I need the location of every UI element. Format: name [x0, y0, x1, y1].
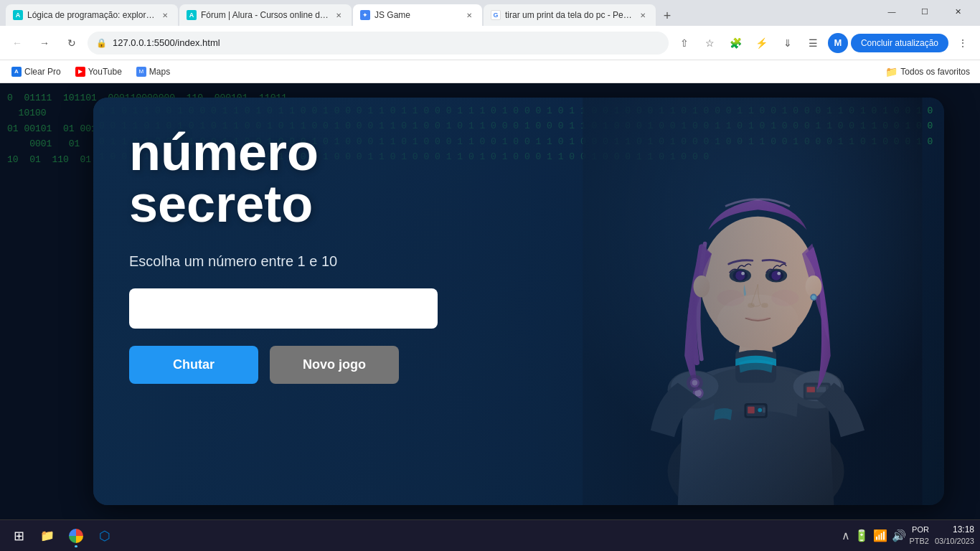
tab-title-3: JS Game	[374, 10, 459, 20]
clock-time: 13:18	[935, 524, 974, 536]
profile-avatar[interactable]: M	[828, 33, 848, 53]
clock-locale: PTB2	[909, 536, 929, 547]
new-game-button[interactable]: Novo jogo	[270, 346, 399, 384]
maximize-button[interactable]: ☐	[908, 0, 941, 23]
tab-close-1[interactable]: ✕	[159, 9, 171, 21]
address-text: 127.0.0.1:5500/index.html	[113, 37, 660, 48]
taskbar-clock[interactable]: POR PTB2 13:18 03/10/2023	[909, 524, 974, 547]
tab-bar: A Lógica de programação: explore... ✕ A …	[0, 0, 980, 26]
chrome-icon	[69, 529, 83, 543]
bookmark-clear-pro[interactable]: A Clear Pro	[6, 64, 67, 80]
share-button[interactable]: ⇧	[673, 32, 696, 55]
bookmarks-bar: A Clear Pro ▶ YouTube M Maps 📁 Todos os …	[0, 60, 980, 83]
bookmark-youtube[interactable]: ▶ YouTube	[70, 64, 128, 80]
bookmark-button[interactable]: ☆	[699, 32, 722, 55]
performance-button[interactable]: ⚡	[750, 32, 773, 55]
browser-window: A Lógica de programação: explore... ✕ A …	[0, 0, 980, 551]
bookmark-label-clearpro: Clear Pro	[24, 67, 61, 77]
bookmarks-right: 📁 Todos os favoritos	[881, 63, 974, 80]
taskbar-vscode[interactable]: ⬡	[92, 523, 118, 549]
nav-right-controls: ⇧ ☆ 🧩 ⚡ ⇓ ☰ M Concluir atualização ⋮	[673, 32, 974, 55]
game-buttons: Chutar Novo jogo	[129, 346, 525, 384]
tab-js-game[interactable]: ✦ JS Game ✕	[353, 4, 482, 26]
sidebar-button[interactable]: ☰	[802, 32, 825, 55]
taskbar: ⊞ 📁 ⬡ ∧ 🔋 📶 🔊 POR PTB2 13	[0, 519, 980, 551]
clock-date: 03/10/2023	[935, 536, 974, 547]
minimize-button[interactable]: —	[875, 0, 908, 23]
bookmark-favicon-youtube: ▶	[75, 67, 85, 77]
datetime-display: 13:18 03/10/2023	[935, 524, 974, 547]
bookmark-maps[interactable]: M Maps	[131, 64, 176, 80]
tab-favicon-2: A	[187, 10, 197, 20]
clock-lang: POR	[909, 524, 929, 535]
tab-title-4: tirar um print da tela do pc - Pes...	[505, 10, 633, 20]
taskbar-file-explorer[interactable]: 📁	[34, 523, 60, 549]
tab-favicon-1: A	[13, 10, 23, 20]
folder-icon: 📁	[885, 66, 897, 77]
guess-input[interactable]	[129, 288, 438, 329]
lock-icon: 🔒	[96, 38, 107, 48]
tab-alura-logica[interactable]: A Lógica de programação: explore... ✕	[6, 4, 178, 26]
favorites-folder[interactable]: 📁 Todos os favoritos	[881, 63, 974, 80]
extensions-button[interactable]: 🧩	[725, 32, 748, 55]
tab-title-1: Lógica de programação: explore...	[27, 10, 155, 20]
download-button[interactable]: ⇓	[776, 32, 799, 55]
bookmark-label-maps: Maps	[149, 67, 170, 77]
tab-close-3[interactable]: ✕	[463, 9, 475, 21]
clock-display: POR PTB2	[909, 524, 929, 547]
bookmark-label-youtube: YouTube	[88, 67, 122, 77]
game-left-panel: número secreto Escolha um número entre 1…	[93, 98, 561, 505]
tab-favicon-3: ✦	[360, 10, 370, 20]
game-subtitle: Escolha um número entre 1 e 10	[129, 251, 525, 271]
forward-button[interactable]: →	[33, 32, 56, 55]
page-content: 0 01111 101101 000110000000 110 000101 1…	[0, 83, 980, 519]
favorites-label: Todos os favoritos	[900, 67, 970, 77]
network-icon: 📶	[873, 529, 887, 542]
bookmark-favicon-clearpro: A	[11, 67, 22, 77]
tab-alura-forum[interactable]: A Fórum | Alura - Cursos online de... ✕	[179, 4, 352, 26]
system-tray: ∧ 🔋 📶 🔊	[842, 529, 906, 542]
chevron-up-icon[interactable]: ∧	[842, 529, 850, 542]
new-tab-button[interactable]: +	[657, 6, 677, 26]
file-explorer-icon: 📁	[40, 529, 55, 542]
tab-favicon-4: G	[491, 10, 501, 20]
game-card: 0 1 0 1 1 0 0 1 0 0 0 1 1 0 1 0 1 1 0 0 …	[93, 98, 944, 505]
taskbar-chrome[interactable]	[63, 523, 89, 549]
start-button[interactable]: ⊞	[6, 523, 32, 549]
close-button[interactable]: ✕	[941, 0, 974, 23]
tab-title-2: Fórum | Alura - Cursos online de...	[201, 10, 329, 20]
navigation-bar: ← → ↻ 🔒 127.0.0.1:5500/index.html ⇧ ☆ 🧩 …	[0, 26, 980, 60]
address-bar[interactable]: 🔒 127.0.0.1:5500/index.html	[88, 32, 669, 55]
volume-icon: 🔊	[892, 529, 906, 542]
update-button[interactable]: Concluir atualização	[851, 34, 948, 52]
reload-button[interactable]: ↻	[60, 32, 83, 55]
vscode-icon: ⬡	[99, 528, 110, 544]
tab-close-2[interactable]: ✕	[333, 9, 344, 21]
guess-button[interactable]: Chutar	[129, 346, 258, 384]
game-title-numero: número	[129, 126, 525, 178]
back-button[interactable]: ←	[6, 32, 29, 55]
window-controls: — ☐ ✕	[875, 0, 974, 26]
game-title-secreto: secreto	[129, 178, 525, 230]
menu-button[interactable]: ⋮	[951, 32, 974, 55]
tab-close-4[interactable]: ✕	[637, 9, 649, 21]
battery-icon: 🔋	[854, 529, 869, 542]
bookmark-favicon-maps: M	[136, 67, 146, 77]
windows-icon: ⊞	[14, 528, 24, 544]
tab-google-search[interactable]: G tirar um print da tela do pc - Pes... …	[484, 4, 656, 26]
